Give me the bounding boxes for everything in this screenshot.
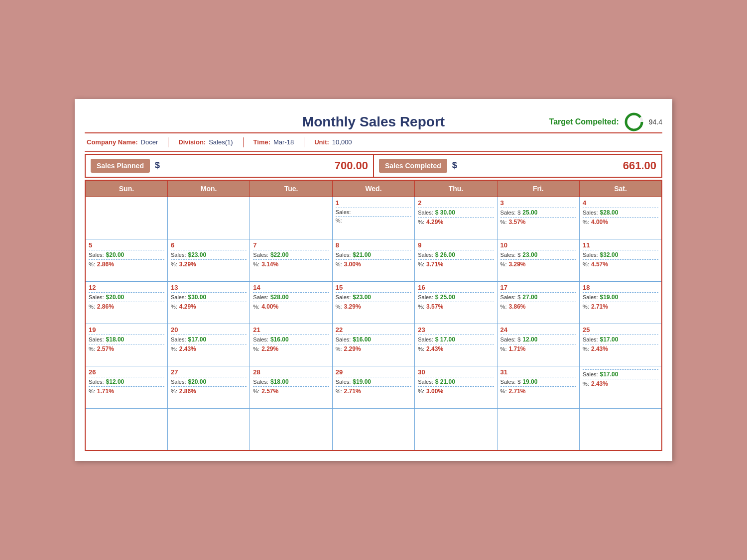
sales-label: Sales: (89, 252, 104, 258)
division-value: Sales(1) (209, 138, 233, 146)
day-sales-row: Sales: $18.00 (253, 378, 329, 385)
pct-label: %: (500, 261, 507, 267)
day-number: 13 (171, 284, 247, 291)
dollar-prefix: $ (517, 379, 520, 385)
pct-label: %: (253, 304, 259, 310)
sales-value: $23.00 (353, 294, 371, 301)
sales-label: Sales: (336, 209, 351, 215)
day-sales-row: Sales: $20.00 (171, 378, 247, 385)
day-pct-row: %: 3.57% (500, 219, 576, 225)
sales-label: Sales: (500, 210, 516, 216)
day-line (89, 377, 164, 377)
day-line-2 (336, 386, 411, 387)
day-number: 4 (583, 199, 658, 207)
sales-label: Sales: (253, 336, 268, 342)
pct-label: %: (418, 346, 424, 352)
pct-label: %: (583, 304, 589, 310)
day-line (336, 208, 411, 208)
day-line (583, 250, 658, 250)
calendar-week-4: 19 Sales: $18.00 %: 2.57% 20 Sales: $17.… (85, 324, 662, 366)
sales-value: $17.00 (600, 371, 619, 378)
pct-label: %: (418, 261, 424, 267)
pct-value: 3.86% (508, 303, 525, 310)
pct-label: %: (171, 346, 177, 352)
day-pct-row: %: 2.71% (500, 388, 576, 395)
pct-label: %: (253, 261, 259, 267)
day-line-2 (171, 386, 247, 387)
calendar-day: 30 Sales: $ 21.00 %: 3.00% (415, 366, 497, 408)
pct-value: 2.71% (344, 388, 361, 395)
calendar-day (415, 408, 497, 450)
day-pct-row: %: (336, 218, 411, 224)
sales-value: $12.00 (106, 378, 124, 385)
day-pct-row: %: 2.43% (171, 345, 247, 352)
day-line (336, 335, 411, 335)
target-section: Target Compelted: 94.4 (549, 112, 662, 132)
pct-value: 2.86% (179, 388, 196, 395)
day-line (418, 208, 494, 208)
sales-value: 25.00 (522, 209, 537, 216)
sales-value: 23.00 (522, 251, 537, 258)
day-sales-row: Sales: $32.00 (583, 251, 658, 258)
pct-label: %: (500, 346, 507, 352)
sales-label: Sales: (336, 336, 351, 342)
sales-label: Sales: (583, 294, 598, 300)
day-sales-row: Sales: $16.00 (336, 336, 411, 343)
day-number: 1 (336, 199, 411, 207)
calendar-day (497, 408, 579, 450)
calendar-day: 12 Sales: $20.00 %: 2.86% (85, 281, 167, 324)
day-line-2 (336, 259, 411, 260)
pct-label: %: (418, 304, 424, 310)
pct-label: %: (171, 261, 177, 267)
calendar-day: 8 Sales: $21.00 %: 3.00% (332, 239, 414, 281)
company-value: Docer (141, 138, 158, 146)
day-line-2 (418, 386, 494, 387)
sales-label: Sales: (418, 379, 433, 385)
sales-label: Sales: (89, 336, 104, 342)
division-label: Division: (178, 138, 206, 146)
calendar-day (250, 197, 332, 239)
calendar-day: 18 Sales: $19.00 %: 2.71% (580, 281, 662, 324)
day-pct-row: %: 1.71% (89, 388, 164, 395)
pct-label: %: (89, 388, 95, 394)
day-pct-row: %: 2.29% (253, 345, 329, 352)
day-pct-row: %: 4.29% (418, 219, 494, 225)
day-number: 28 (253, 368, 329, 376)
day-number: 7 (253, 241, 329, 249)
day-number: 6 (171, 241, 247, 249)
calendar-day: 15 Sales: $23.00 %: 3.29% (332, 281, 414, 324)
day-line-2 (418, 302, 494, 302)
day-sales-row: Sales: $17.00 (583, 336, 658, 343)
pct-label: %: (583, 381, 589, 387)
pct-label: %: (171, 388, 177, 394)
day-pct-row: %: 3.29% (171, 261, 247, 268)
day-number: 24 (500, 326, 576, 334)
sales-label: Sales: (500, 294, 516, 300)
pct-value: 2.86% (97, 303, 114, 310)
day-number: 18 (583, 284, 658, 291)
calendar-day: 14 Sales: $28.00 %: 4.00% (250, 281, 332, 324)
day-sales-row: Sales: $22.00 (253, 251, 329, 258)
day-line (171, 250, 247, 250)
pct-label: %: (500, 304, 507, 310)
sales-label: Sales: (418, 294, 433, 300)
day-line (418, 377, 494, 377)
day-pct-row: %: 2.57% (253, 388, 329, 395)
calendar-day: 23 Sales: $ 17.00 %: 2.43% (415, 324, 497, 366)
day-line-2 (418, 344, 494, 344)
sales-label: Sales: (583, 336, 598, 342)
day-pct-row: %: 4.00% (253, 303, 329, 310)
calendar-day: 25 Sales: $17.00 %: 2.43% (580, 324, 662, 366)
day-number: 5 (89, 241, 164, 249)
day-line (500, 208, 576, 208)
calendar-week-6 (85, 408, 662, 450)
pct-label: %: (171, 304, 177, 310)
day-pct-row: %: 3.71% (418, 261, 494, 268)
day-number: 22 (336, 326, 411, 334)
pct-label: %: (336, 388, 342, 394)
calendar-day (250, 408, 332, 450)
day-line-2 (253, 344, 329, 344)
sales-label: Sales: (583, 210, 598, 216)
day-number: 14 (253, 284, 329, 291)
sales-label: Sales: (418, 252, 433, 258)
